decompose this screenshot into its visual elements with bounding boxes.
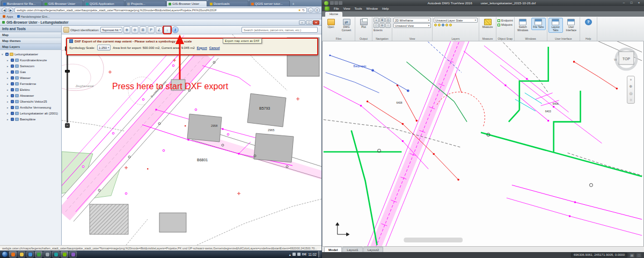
layer-checkbox[interactable] — [11, 100, 14, 103]
zoom-previous-icon[interactable]: ⊖ — [379, 23, 385, 28]
tray-network-icon[interactable] — [292, 253, 296, 256]
layer-lock-icon[interactable] — [442, 24, 444, 26]
export-dxf-button[interactable]: ↓ — [164, 26, 171, 33]
taskbar-app5[interactable] — [43, 251, 51, 257]
expander-icon[interactable]: ▸ — [7, 76, 10, 80]
zoom-slider[interactable]: + − — [64, 46, 70, 128]
pan-icon[interactable]: + — [374, 18, 379, 23]
tab-home[interactable]: Home — [325, 12, 342, 17]
expander-icon[interactable]: ▸ — [7, 88, 10, 91]
pdf-tool-icon[interactable]: P — [148, 26, 155, 33]
extents-dropdown[interactable]: Extents — [374, 28, 383, 32]
browser-tab-7[interactable]: QGIS server tutor... — [249, 1, 290, 6]
layer-checkbox[interactable] — [11, 106, 14, 109]
orbit-icon[interactable]: ◎ — [385, 18, 391, 23]
browser-tab-3[interactable]: QGIS Application — [84, 1, 125, 6]
drawing-area[interactable]: 6408 6406 6403 Bauprojekt TOP W + ⊕ ◎ ○ — [322, 41, 644, 246]
info-icon[interactable]: i — [172, 26, 179, 33]
layer-checkbox[interactable] — [11, 118, 14, 121]
expander-icon[interactable]: ▾ — [2, 53, 4, 56]
layer-tree-root[interactable]: ▾+Leitungskataster — [2, 51, 61, 57]
tray-volume-icon[interactable] — [297, 253, 301, 256]
layer-checkbox[interactable] — [11, 76, 14, 80]
menu-file[interactable]: File — [334, 7, 339, 10]
visual-style-select[interactable]: 2D Wireframe▾ — [393, 18, 431, 23]
export-button[interactable]: Export — [197, 46, 207, 49]
expander-icon[interactable]: ▸ — [7, 82, 10, 85]
layout-tabs-toggle[interactable]: Layout Tabs — [548, 18, 563, 33]
layer-checkbox[interactable] — [11, 88, 14, 91]
expander-icon[interactable]: ▸ — [7, 118, 10, 121]
layer-item[interactable]: ▸Wasser — [2, 75, 61, 81]
layer-item[interactable]: ▸Swisscom — [2, 63, 61, 69]
trueview-logo-icon[interactable] — [324, 1, 328, 5]
application-button[interactable] — [325, 6, 330, 11]
map-themes-header[interactable]: Map themes — [0, 38, 61, 44]
layer-checkbox[interactable] — [11, 70, 14, 74]
url-bar[interactable]: webgis.uster.ch/maps/liegenschaften_stad… — [14, 8, 307, 13]
menu-window[interactable]: Window — [367, 7, 378, 10]
zoom-in-tool-icon[interactable]: ⊕ — [123, 26, 130, 33]
file-tabs-toggle[interactable]: File Tabs — [531, 18, 546, 30]
layout2-tab[interactable]: Layout2 — [363, 247, 383, 252]
layer-checkbox[interactable] — [11, 94, 14, 97]
bookmark-star-icon[interactable]: ★ — [298, 9, 301, 12]
plot-button[interactable]: Plot — [356, 18, 371, 30]
nav-pan-icon[interactable]: + — [630, 78, 632, 82]
dwg-convert-button[interactable]: ⇄DWG Convert — [339, 18, 354, 33]
expander-icon[interactable]: ▸ — [7, 70, 10, 74]
menu-view[interactable]: View — [343, 7, 350, 10]
layer-item[interactable]: ▸Abwasser — [2, 92, 61, 98]
layer-off-icon[interactable] — [449, 24, 452, 26]
steering-wheel-icon[interactable]: ○ — [385, 23, 391, 28]
layer-item[interactable]: ▸Koordinatenkreuze — [2, 57, 61, 63]
midpoint-snap[interactable]: Midpoint — [497, 23, 513, 26]
zoom-extents-icon[interactable]: ⊕ — [379, 18, 385, 23]
zoom-out-tool-icon[interactable]: ⊖ — [131, 26, 138, 33]
print-tool-icon[interactable]: ⊞ — [140, 26, 147, 33]
browser-tab-4[interactable]: Projects... — [125, 1, 166, 6]
back-button[interactable]: ◀ — [2, 8, 7, 13]
taskbar-firefox[interactable] — [9, 251, 17, 257]
taskbar-qgis[interactable] — [35, 251, 42, 257]
symbology-scale-select[interactable]: 1:250▾ — [97, 45, 111, 51]
layer-item[interactable]: ▸Amtliche Vermessung — [2, 104, 61, 110]
nav-orbit-icon[interactable]: ◎ — [629, 91, 632, 95]
layer-item[interactable]: ▸Leitungskataster alt (2001) — [2, 110, 61, 116]
object-id-select[interactable]: Topmost hit▾ — [100, 27, 122, 33]
layer-freeze-icon[interactable] — [438, 24, 441, 26]
taskbar-ie[interactable] — [26, 251, 34, 257]
tv-maximize-button[interactable]: □ — [628, 1, 634, 5]
tv-minimize-button[interactable]: – — [621, 1, 627, 5]
menu-button[interactable]: ≡ — [314, 8, 320, 13]
browser-tab-2[interactable]: GIS-Browser Uster — [42, 1, 83, 6]
layer-item[interactable]: ▸Gas — [2, 69, 61, 75]
endpoint-snap[interactable]: Endpoint — [497, 19, 513, 22]
help-button[interactable]: ? — [581, 18, 596, 26]
browser-tab-6[interactable]: Downloads — [208, 1, 248, 6]
navigation-bar[interactable]: + ⊕ ◎ ○ — [627, 76, 635, 104]
menu-help[interactable]: Help — [382, 7, 389, 10]
measure-tool-icon[interactable]: ∠ — [156, 26, 163, 33]
layer-checkbox[interactable] — [11, 64, 14, 68]
info-tools-header[interactable]: Info and Tools — [0, 26, 61, 32]
taskbar-app6[interactable] — [52, 251, 60, 257]
menu-tools[interactable]: Tools — [355, 7, 362, 10]
tray-expand-icon[interactable]: ▴ — [289, 253, 291, 256]
minimize-button[interactable]: – — [299, 20, 305, 25]
layer-on-icon[interactable] — [434, 24, 437, 26]
layer-item[interactable]: ▸Fernwärme — [2, 81, 61, 87]
new-tab-button[interactable]: + — [290, 2, 296, 6]
status-fullscreen-icon[interactable]: □ — [636, 253, 641, 257]
reload-icon[interactable]: ↻ — [302, 9, 305, 12]
layout1-tab[interactable]: Layout1 — [342, 247, 362, 252]
named-view-select[interactable]: Unsaved View▾ — [393, 23, 431, 28]
nav-wheel-icon[interactable]: ○ — [630, 98, 632, 102]
close-button[interactable]: × — [313, 20, 319, 25]
zoom-knob[interactable] — [65, 70, 70, 73]
map-canvas[interactable]: B5793 2958 2965 B6801 Zeughausareal Buch… — [62, 34, 321, 245]
map-section-header[interactable]: Map — [0, 32, 61, 38]
quick-access-toolbar[interactable] — [330, 1, 342, 5]
bookmark-item[interactable]: Handelsregister Eint... — [17, 15, 50, 18]
browser-tab-active[interactable]: GIS-Browser Uster — [166, 1, 207, 6]
